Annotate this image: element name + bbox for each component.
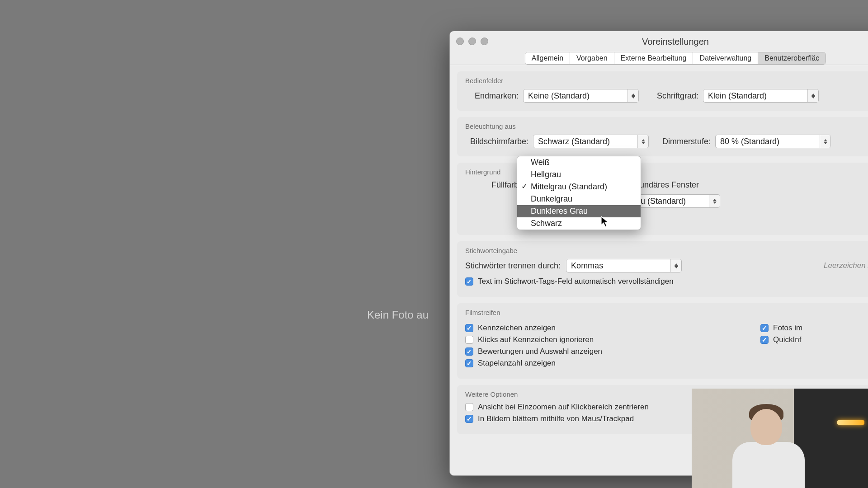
updown-icon xyxy=(709,195,720,207)
trackpad-checkbox[interactable] xyxy=(465,415,473,423)
stapelanzahl-checkbox[interactable] xyxy=(465,359,473,367)
endmarken-select[interactable]: Keine (Standard) xyxy=(523,89,639,103)
trennen-select[interactable]: Kommas xyxy=(566,259,682,272)
menu-item-weiss[interactable]: Weiß xyxy=(517,156,641,169)
updown-icon xyxy=(807,89,818,102)
autocomplete-label: Text im Stichwort-Tags-Feld automatisch … xyxy=(478,277,674,286)
schriftgrad-value: Klein (Standard) xyxy=(703,91,807,101)
tab-vorgaben[interactable]: Vorgaben xyxy=(570,52,614,64)
section-hintergrund: Hintergrund Füllfarbe Sekundäres Fenster… xyxy=(457,163,868,235)
fuellfarbe-dropdown-menu: Weiß Hellgrau Mittelgrau (Standard) Dunk… xyxy=(517,156,641,230)
einzoomen-checkbox[interactable] xyxy=(465,403,473,411)
quickinfo-label: QuickInf xyxy=(773,335,801,344)
trackpad-label: In Bildern blättern mithilfe von Maus/Tr… xyxy=(478,414,634,423)
section-title: Beleuchtung aus xyxy=(465,122,868,130)
updown-icon xyxy=(820,135,830,148)
schriftgrad-label: Schriftgrad: xyxy=(657,91,698,101)
trennen-label: Stichwörter trennen durch: xyxy=(465,261,561,271)
section-title: Bedienfelder xyxy=(465,77,868,84)
endmarken-value: Keine (Standard) xyxy=(524,91,627,101)
webcam-overlay xyxy=(692,389,868,488)
menu-item-schwarz[interactable]: Schwarz xyxy=(517,217,641,230)
titlebar: Voreinstellungen xyxy=(450,31,868,52)
schriftgrad-select[interactable]: Klein (Standard) xyxy=(703,89,819,103)
bildschirmfarbe-select[interactable]: Schwarz (Standard) xyxy=(533,135,649,148)
updown-icon xyxy=(670,259,681,272)
dimmerstufe-label: Dimmerstufe: xyxy=(662,137,711,146)
updown-icon xyxy=(637,135,648,148)
kennzeichen-checkbox[interactable] xyxy=(465,324,473,332)
bildschirmfarbe-value: Schwarz (Standard) xyxy=(533,137,637,146)
tab-dateiverwaltung[interactable]: Dateiverwaltung xyxy=(693,52,758,64)
fotos-im-checkbox[interactable] xyxy=(760,324,769,332)
menu-item-mittelgrau[interactable]: Mittelgrau (Standard) xyxy=(517,181,641,193)
no-photo-label: Kein Foto au xyxy=(367,309,429,321)
section-stichworteingabe: Stichworteingabe Stichwörter trennen dur… xyxy=(457,241,868,297)
section-title: Stichworteingabe xyxy=(465,247,868,254)
fotos-im-label: Fotos im xyxy=(773,324,802,333)
dimmerstufe-select[interactable]: 80 % (Standard) xyxy=(715,135,831,148)
klicks-ignorieren-checkbox[interactable] xyxy=(465,336,473,344)
bewertungen-label: Bewertungen und Auswahl anzeigen xyxy=(478,347,602,356)
dimmerstufe-value: 80 % (Standard) xyxy=(716,137,820,146)
menu-item-dunkleres-grau[interactable]: Dunkleres Grau xyxy=(517,205,641,217)
window-title: Voreinstellungen xyxy=(450,37,868,47)
quickinfo-checkbox[interactable] xyxy=(760,336,769,344)
section-filmstreifen: Filmstreifen Kennzeichen anzeigen Klicks… xyxy=(457,303,868,379)
kennzeichen-label: Kennzeichen anzeigen xyxy=(478,324,556,333)
menu-item-hellgrau[interactable]: Hellgrau xyxy=(517,169,641,181)
section-title: Filmstreifen xyxy=(465,309,868,316)
klicks-ignorieren-label: Klicks auf Kennzeichen ignorieren xyxy=(478,335,594,344)
endmarken-label: Endmarken: xyxy=(465,91,519,101)
autocomplete-checkbox[interactable] xyxy=(465,277,473,286)
section-bedienfelder: Bedienfelder Endmarken: Keine (Standard)… xyxy=(457,71,868,111)
tab-externe-bearbeitung[interactable]: Externe Bearbeitung xyxy=(614,52,693,64)
stapelanzahl-label: Stapelanzahl anzeigen xyxy=(478,359,556,368)
bildschirmfarbe-label: Bildschirmfarbe: xyxy=(465,137,528,146)
tab-bar: Allgemein Vorgaben Externe Bearbeitung D… xyxy=(450,52,868,65)
section-beleuchtung: Beleuchtung aus Bildschirmfarbe: Schwarz… xyxy=(457,117,868,156)
trennen-value: Kommas xyxy=(566,261,670,271)
tab-allgemein[interactable]: Allgemein xyxy=(525,52,570,64)
fuellfarbe-label: Füllfarbe xyxy=(465,180,523,190)
updown-icon xyxy=(627,89,638,102)
menu-item-dunkelgrau[interactable]: Dunkelgrau xyxy=(517,193,641,205)
einzoomen-label: Ansicht bei Einzoomen auf Klickbereich z… xyxy=(478,403,649,412)
trennen-hint: Leerzeichen sind i xyxy=(824,261,868,270)
bewertungen-checkbox[interactable] xyxy=(465,347,473,356)
tab-benutzeroberflaeche[interactable]: Benutzeroberfläc xyxy=(758,52,826,64)
